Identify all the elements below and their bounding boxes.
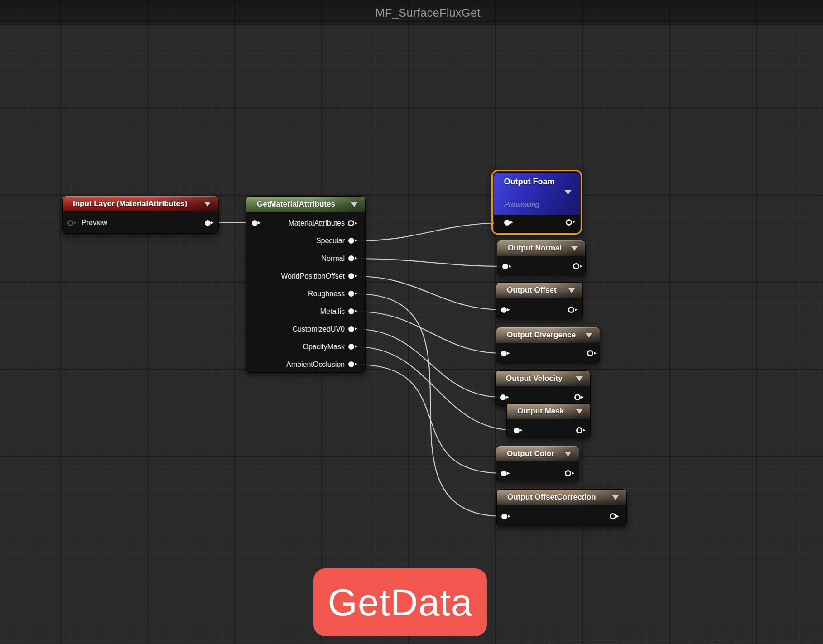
node-title: Input Layer (MaterialAttributes): [73, 199, 187, 208]
foam-result-pin[interactable]: [566, 219, 572, 226]
pin-label: WorldPositionOffset: [281, 272, 345, 280]
preview-input-pin[interactable]: [67, 220, 73, 226]
normal-result-pin[interactable]: [573, 263, 579, 269]
node-output-foam-selection: Output Foam Previewing: [491, 170, 582, 235]
pin-label: Roughness: [308, 290, 345, 298]
node-output-color[interactable]: Output Color: [496, 446, 579, 481]
pin-label: OpacityMask: [303, 343, 345, 351]
wire-metallic-to-divergence[interactable]: [357, 312, 503, 353]
roughness-output-pin[interactable]: [348, 291, 354, 297]
materialattributes-output-pin[interactable]: [348, 220, 354, 226]
collapse-arrow-icon[interactable]: [585, 333, 592, 338]
velocity-input-pin[interactable]: [500, 394, 506, 400]
node-title: Output Color: [507, 449, 554, 458]
offset-input-pin[interactable]: [501, 307, 507, 313]
comment-label: GetData: [328, 581, 473, 625]
preview-output-pin[interactable]: [205, 220, 211, 226]
mask-input-pin[interactable]: [514, 428, 520, 433]
node-output-normal[interactable]: Output Normal: [497, 240, 586, 276]
node-title: Output Mask: [517, 407, 564, 416]
collapse-arrow-icon[interactable]: [571, 246, 578, 251]
pin-label: CustomizedUV0: [292, 325, 345, 333]
wire-normal-to-normal[interactable]: [357, 259, 505, 266]
wire-worldpositionoffset-to-offset[interactable]: [357, 276, 503, 310]
offset-result-pin[interactable]: [568, 307, 574, 313]
pin-label: Metallic: [320, 308, 345, 316]
collapse-arrow-icon[interactable]: [564, 452, 572, 457]
normal-input-pin[interactable]: [502, 264, 508, 269]
node-header[interactable]: Output Mask: [507, 404, 590, 419]
node-title: Output Offset: [507, 286, 557, 295]
customizeduv0-output-pin[interactable]: [348, 326, 354, 332]
node-title: GetMaterialAttributes: [257, 200, 335, 209]
wire-customizeduv0-to-velocity[interactable]: [357, 329, 502, 397]
color-input-pin[interactable]: [501, 471, 507, 476]
collapse-arrow-icon[interactable]: [612, 495, 619, 500]
node-header[interactable]: Output Foam Previewing: [494, 173, 580, 215]
comment-getdata[interactable]: GetData: [313, 568, 487, 636]
color-result-pin[interactable]: [565, 470, 571, 476]
node-header[interactable]: Output Offset: [496, 283, 582, 298]
wire-specular-to-foam[interactable]: [357, 223, 505, 241]
mask-result-pin[interactable]: [576, 427, 582, 433]
specular-output-pin[interactable]: [348, 238, 354, 244]
pin-label: MaterialAttributes: [289, 219, 345, 227]
graph-canvas[interactable]: MATERIAL FUNCTION MF_SurfaceFluxGet Inpu…: [0, 0, 823, 644]
node-header[interactable]: Output Divergence: [496, 327, 600, 343]
node-output-offset[interactable]: Output Offset: [496, 282, 583, 319]
ambientocclusion-output-pin[interactable]: [348, 361, 354, 367]
node-output-velocity[interactable]: Output Velocity: [495, 370, 591, 406]
node-output-foam[interactable]: Output Foam Previewing: [494, 172, 580, 233]
node-header[interactable]: Output Velocity: [496, 371, 590, 386]
collapse-arrow-icon[interactable]: [576, 376, 583, 381]
collapse-arrow-icon[interactable]: [576, 409, 583, 414]
foam-input-pin[interactable]: [504, 220, 510, 226]
node-title: Output Normal: [508, 244, 562, 253]
offsetcorrection-input-pin[interactable]: [501, 514, 507, 519]
offsetcorrection-result-pin[interactable]: [610, 513, 616, 519]
collapse-arrow-icon[interactable]: [204, 202, 211, 207]
previewing-status: Previewing: [504, 201, 539, 209]
worldpositionoffset-output-pin[interactable]: [348, 273, 354, 279]
pin-label: Preview: [82, 219, 107, 227]
divergence-input-pin[interactable]: [501, 351, 507, 356]
node-title: Output Foam: [504, 177, 555, 187]
collapse-arrow-icon[interactable]: [568, 288, 575, 293]
wire-opacitymask-to-mask[interactable]: [357, 347, 515, 430]
velocity-result-pin[interactable]: [574, 394, 581, 400]
graph-title-bar: MF_SurfaceFluxGet: [0, 0, 823, 25]
opacitymask-output-pin[interactable]: [348, 344, 354, 350]
node-header[interactable]: Output Color: [496, 446, 579, 461]
wires-layer: [0, 0, 823, 644]
node-output-divergence[interactable]: Output Divergence: [496, 327, 600, 363]
collapse-arrow-icon[interactable]: [351, 202, 358, 207]
node-title: Output OffsetCorrection: [507, 493, 596, 502]
node-output-offsetcorrection[interactable]: Output OffsetCorrection: [496, 489, 627, 526]
collapse-arrow-icon[interactable]: [564, 190, 572, 195]
node-header[interactable]: Output OffsetCorrection: [497, 490, 626, 505]
wire-roughness-to-offsetcorrection[interactable]: [357, 294, 503, 516]
node-get-material-attributes[interactable]: GetMaterialAttributes MaterialAttributes…: [246, 196, 366, 373]
divergence-result-pin[interactable]: [587, 350, 593, 356]
node-input-layer[interactable]: Input Layer (MaterialAttributes) Preview: [62, 196, 219, 234]
node-header[interactable]: GetMaterialAttributes: [246, 197, 365, 212]
node-header[interactable]: Output Normal: [497, 240, 585, 256]
normal-output-pin[interactable]: [348, 255, 354, 261]
node-title: Output Divergence: [507, 331, 576, 340]
pin-label: Normal: [321, 255, 345, 263]
pin-label: AmbientOcclusion: [286, 360, 345, 369]
pin-label: Specular: [316, 237, 345, 245]
node-header[interactable]: Input Layer (MaterialAttributes): [63, 196, 218, 211]
metallic-output-pin[interactable]: [348, 308, 354, 314]
graph-title: MF_SurfaceFluxGet: [0, 6, 823, 19]
node-title: Output Velocity: [506, 374, 563, 383]
node-output-mask[interactable]: Output Mask: [506, 403, 591, 438]
